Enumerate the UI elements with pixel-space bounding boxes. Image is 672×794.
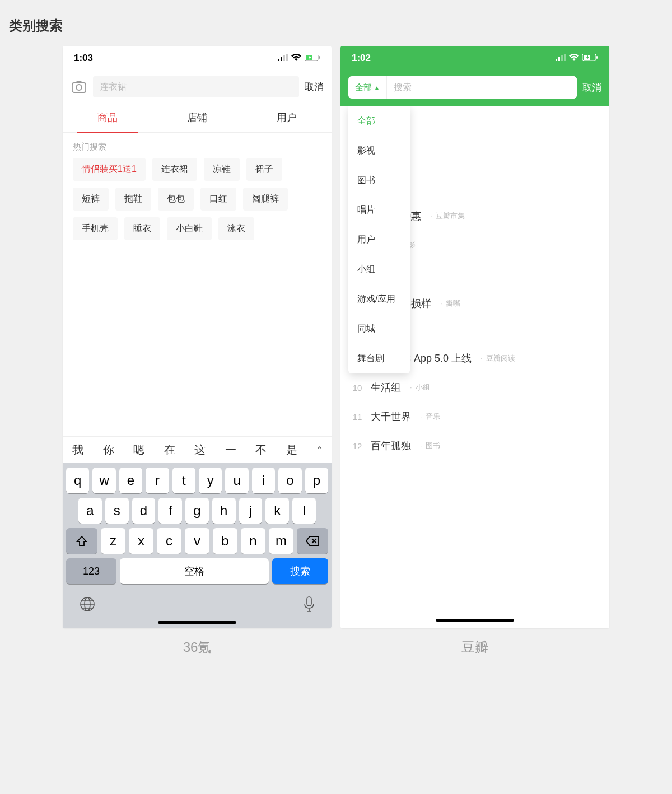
suggestion[interactable]: 你 — [94, 442, 124, 457]
key-l[interactable]: l — [292, 498, 316, 524]
suggestion[interactable]: 嗯 — [124, 442, 155, 457]
svg-rect-12 — [556, 59, 557, 61]
search-input[interactable] — [387, 76, 577, 99]
search-input[interactable] — [93, 76, 299, 97]
search-key[interactable]: 搜索 — [272, 558, 328, 584]
category-dropdown[interactable]: 全部 ▲ — [348, 76, 387, 99]
result-item[interactable]: 11大千世界音乐 — [340, 402, 609, 431]
key-r[interactable]: r — [146, 468, 169, 493]
tab-users[interactable]: 用户 — [242, 103, 332, 132]
globe-icon[interactable] — [80, 596, 95, 614]
suggestion[interactable]: 不 — [246, 442, 277, 457]
key-e[interactable]: e — [119, 468, 142, 493]
key-a[interactable]: a — [78, 498, 102, 524]
result-item[interactable]: 10生活组小组 — [340, 373, 609, 402]
svg-rect-0 — [278, 59, 279, 61]
key-o[interactable]: o — [278, 468, 301, 493]
dropdown-item[interactable]: 同城 — [348, 314, 410, 344]
hot-tag[interactable]: 短裤 — [73, 188, 109, 211]
dropdown-menu: 全部影视图书唱片用户小组游戏/应用同城舞台剧 — [348, 106, 410, 373]
key-u[interactable]: u — [225, 468, 248, 493]
hot-tag[interactable]: 睡衣 — [124, 217, 160, 240]
dropdown-item[interactable]: 舞台剧 — [348, 344, 410, 373]
dropdown-item[interactable]: 全部 — [348, 106, 410, 136]
hot-tag[interactable]: 包包 — [158, 188, 194, 211]
status-time: 1:02 — [352, 53, 371, 64]
svg-rect-3 — [286, 54, 288, 61]
result-title: 大千世界 — [371, 410, 411, 423]
suggestion[interactable]: 我 — [63, 442, 94, 457]
key-h[interactable]: h — [212, 498, 236, 524]
key-c[interactable]: c — [157, 528, 181, 554]
key-y[interactable]: y — [199, 468, 222, 493]
hot-tag[interactable]: 手机壳 — [73, 217, 118, 240]
svg-rect-6 — [319, 56, 320, 59]
svg-rect-13 — [558, 57, 560, 61]
key-x[interactable]: x — [129, 528, 153, 554]
key-w[interactable]: w — [92, 468, 115, 493]
expand-suggestions-icon[interactable]: ⌃ — [307, 445, 332, 455]
hot-tag[interactable]: 连衣裙 — [152, 158, 197, 181]
svg-rect-18 — [596, 56, 598, 59]
key-f[interactable]: f — [158, 498, 182, 524]
home-indicator — [158, 621, 236, 624]
key-s[interactable]: s — [105, 498, 129, 524]
key-t[interactable]: t — [172, 468, 195, 493]
dropdown-label: 全部 — [355, 82, 372, 93]
dropdown-item[interactable]: 图书 — [348, 166, 410, 195]
hot-tag[interactable]: 小白鞋 — [167, 217, 212, 240]
svg-rect-15 — [564, 54, 566, 61]
key-m[interactable]: m — [269, 528, 293, 554]
shift-key[interactable] — [66, 528, 97, 554]
tab-shops[interactable]: 店铺 — [152, 103, 242, 132]
home-indicator — [436, 619, 514, 622]
suggestion-row: 我你嗯在这一不是⌃ — [63, 436, 332, 463]
search-combo: 全部 ▲ — [348, 76, 577, 99]
hot-tag[interactable]: 裙子 — [246, 158, 282, 181]
phone-douban: 1:02 全部 ▲ 取消 全部影视图书唱片用户小组游戏/应用同城舞台剧 见剧们电… — [340, 46, 609, 628]
hot-search-title: 热门搜索 — [63, 133, 332, 158]
key-k[interactable]: k — [265, 498, 289, 524]
key-v[interactable]: v — [185, 528, 209, 554]
key-q[interactable]: q — [66, 468, 89, 493]
cancel-button[interactable]: 取消 — [305, 81, 324, 94]
result-number: 12 — [352, 441, 363, 451]
key-d[interactable]: d — [132, 498, 156, 524]
hot-tag[interactable]: 拖鞋 — [115, 188, 151, 211]
wifi-icon — [291, 53, 301, 64]
key-z[interactable]: z — [101, 528, 125, 554]
tab-products[interactable]: 商品 — [63, 103, 152, 132]
dropdown-item[interactable]: 游戏/应用 — [348, 284, 410, 314]
hot-tag[interactable]: 凉鞋 — [204, 158, 240, 181]
backspace-key[interactable] — [297, 528, 328, 554]
suggestion[interactable]: 是 — [277, 442, 307, 457]
hot-tag[interactable]: 口红 — [200, 188, 236, 211]
space-key[interactable]: 空格 — [120, 558, 269, 584]
key-p[interactable]: p — [305, 468, 328, 493]
key-g[interactable]: g — [185, 498, 209, 524]
suggestion[interactable]: 在 — [155, 442, 185, 457]
hot-tags: 情侣装买1送1连衣裙凉鞋裙子短裤拖鞋包包口红阔腿裤手机壳睡衣小白鞋泳衣 — [63, 158, 332, 240]
status-bar: 1:03 — [63, 46, 332, 71]
result-item[interactable]: 12百年孤独图书 — [340, 431, 609, 460]
key-i[interactable]: i — [252, 468, 275, 493]
dropdown-item[interactable]: 影视 — [348, 136, 410, 166]
suggestion[interactable]: 一 — [216, 442, 246, 457]
camera-icon[interactable] — [71, 78, 87, 95]
numeric-key[interactable]: 123 — [66, 558, 116, 584]
dropdown-item[interactable]: 小组 — [348, 255, 410, 284]
hot-tag[interactable]: 阔腿裤 — [243, 188, 288, 211]
hot-tag[interactable]: 泳衣 — [218, 217, 254, 240]
key-b[interactable]: b — [213, 528, 237, 554]
key-n[interactable]: n — [241, 528, 265, 554]
dropdown-item[interactable]: 唱片 — [348, 195, 410, 225]
svg-rect-1 — [281, 57, 282, 61]
key-j[interactable]: j — [239, 498, 263, 524]
result-category: 小组 — [409, 382, 430, 393]
hot-tag[interactable]: 情侣装买1送1 — [73, 158, 146, 181]
result-category: 瓣嘴 — [439, 298, 460, 309]
dropdown-item[interactable]: 用户 — [348, 225, 410, 255]
cancel-button[interactable]: 取消 — [582, 81, 601, 94]
mic-icon[interactable] — [304, 596, 315, 614]
suggestion[interactable]: 这 — [185, 442, 216, 457]
